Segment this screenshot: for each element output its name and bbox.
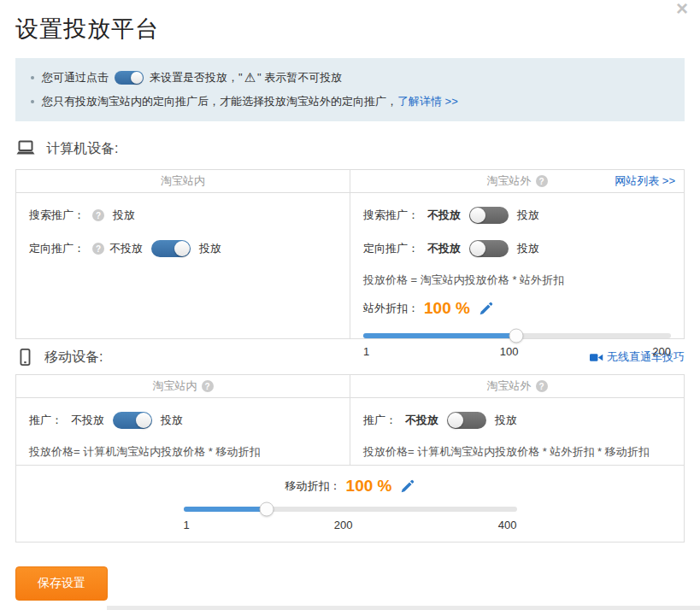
toggle-off-label: 不投放 — [427, 241, 461, 256]
page-edge-strip — [107, 606, 700, 610]
toggle-off-label: 不投放 — [427, 208, 461, 223]
edit-pencil-icon[interactable] — [479, 302, 493, 316]
toggle-on-label: 投放 — [495, 413, 517, 428]
computer-section-title: 计算机设备: — [46, 140, 118, 158]
mobile-discount-slider[interactable] — [184, 507, 517, 512]
computer-table: 淘宝站内 搜索推广： ? 投放 定向推广： ? 不投放 投放 — [15, 169, 685, 339]
promo-label: 推广： — [363, 413, 397, 428]
computer-onsite-target-row: 定向推广： ? 不投放 投放 — [29, 238, 337, 259]
mobile-offsite-header: 淘宝站外 ? — [350, 375, 684, 398]
help-icon[interactable]: ? — [92, 209, 104, 221]
computer-onsite-header: 淘宝站内 — [16, 170, 350, 193]
column-header-label: 淘宝站内 — [161, 173, 205, 189]
slider-fill — [363, 333, 516, 338]
mobile-discount-label: 移动折扣： — [285, 478, 341, 494]
slider-max-label: 200 — [652, 345, 671, 358]
help-icon[interactable]: ? — [536, 175, 548, 187]
learn-more-link[interactable]: 了解详情 >> — [397, 94, 458, 109]
computer-onsite-search-row: 搜索推广： ? 投放 — [29, 205, 337, 226]
mobile-onsite-promo-row: 推广： 不投放 投放 — [29, 410, 337, 431]
bullet-icon — [31, 100, 34, 103]
mobile-table-top: 淘宝站内 ? 推广： 不投放 投放 投放价格= 计算机淘宝站内投放价格 * 移动… — [15, 374, 685, 465]
search-promo-label: 搜索推广： — [29, 208, 85, 223]
column-header-label: 淘宝站外 — [487, 173, 532, 189]
target-promo-label: 定向推广： — [363, 241, 419, 256]
slider-mid-label: 200 — [334, 519, 353, 531]
notice-text: 您可通过点击 — [42, 70, 109, 85]
notice-text: " 表示暂不可投放 — [257, 70, 342, 85]
slider-min-label: 1 — [184, 519, 190, 531]
target-promo-label: 定向推广： — [29, 241, 85, 256]
toggle-on-label: 投放 — [517, 241, 539, 256]
mobile-offsite-promo-row: 推广： 不投放 投放 — [363, 410, 671, 431]
offsite-discount-slider[interactable] — [363, 333, 671, 338]
slider-fill — [184, 507, 267, 512]
site-list-link[interactable]: 网站列表 >> — [615, 173, 675, 189]
offsite-discount-row: 站外折扣： 100 % — [363, 297, 671, 320]
search-promo-status: 投放 — [113, 208, 135, 223]
computer-onsite-target-toggle[interactable] — [151, 240, 191, 257]
mobile-discount-inner: 移动折扣： 100 % — [16, 475, 684, 497]
slider-min-label: 1 — [363, 345, 369, 358]
toggle-on-label: 投放 — [199, 241, 221, 256]
toggle-on-label: 投放 — [517, 208, 539, 223]
mobile-offsite-price-formula: 投放价格= 计算机淘宝站内投放价格 * 站外折扣 * 移动折扣 — [363, 443, 671, 460]
column-header-label: 淘宝站外 — [487, 378, 532, 394]
toggle-knob[interactable] — [136, 413, 151, 428]
computer-offsite-search-row: 搜索推广： 不投放 投放 — [363, 205, 671, 226]
mobile-offsite-promo-toggle[interactable] — [447, 412, 486, 429]
computer-offsite-header: 淘宝站外 ? 网站列表 >> — [350, 170, 684, 193]
computer-offsite-target-toggle[interactable] — [469, 240, 509, 257]
toggle-knob[interactable] — [470, 208, 485, 223]
toggle-on-label: 投放 — [161, 413, 183, 428]
computer-onsite-column: 淘宝站内 搜索推广： ? 投放 定向推广： ? 不投放 投放 — [16, 170, 350, 338]
toggle-off-label: 不投放 — [71, 413, 104, 428]
toggle-knob[interactable] — [174, 241, 190, 256]
bullet-icon — [31, 76, 34, 79]
notice-line-2: 您只有投放淘宝站内的定向推广后，才能选择投放淘宝站外的定向推广， 了解详情 >> — [27, 90, 673, 114]
help-icon[interactable]: ? — [536, 380, 548, 392]
notice-text: 您只有投放淘宝站内的定向推广后，才能选择投放淘宝站外的定向推广， — [42, 94, 397, 109]
mobile-discount-row: 移动折扣： 100 % 1 200 400 — [15, 465, 685, 543]
column-header-label: 淘宝站内 — [153, 378, 197, 394]
toggle-example — [115, 71, 144, 85]
promo-label: 推广： — [29, 413, 62, 428]
mobile-section-title: 移动设备: — [44, 349, 103, 367]
offsite-slider-labels: 1 100 200 — [363, 345, 671, 358]
help-icon[interactable]: ? — [202, 380, 214, 392]
computer-offsite-column: 淘宝站外 ? 网站列表 >> 搜索推广： 不投放 投放 定向推广： 不投放 投放… — [350, 170, 684, 338]
help-icon[interactable]: ? — [92, 243, 104, 255]
toggle-knob[interactable] — [448, 413, 463, 428]
mobile-discount-value: 100 % — [346, 477, 392, 496]
notice-box: 您可通过点击 来设置是否投放，" ⚠ " 表示暂不可投放 您只有投放淘宝站内的定… — [15, 58, 685, 121]
notice-line-1: 您可通过点击 来设置是否投放，" ⚠ " 表示暂不可投放 — [27, 66, 673, 90]
computer-icon — [15, 138, 36, 159]
toggle-knob[interactable] — [470, 241, 485, 256]
mobile-offsite-column: 淘宝站外 ? 推广： 不投放 投放 投放价格= 计算机淘宝站内投放价格 * 站外… — [350, 375, 684, 465]
close-icon[interactable]: × — [676, 0, 688, 19]
slider-mid-label: 100 — [500, 345, 519, 358]
toggle-off-label: 不投放 — [405, 413, 438, 428]
slider-handle[interactable] — [509, 329, 523, 343]
notice-text: 来设置是否投放，" — [150, 70, 243, 85]
mobile-onsite-promo-toggle[interactable] — [113, 412, 152, 429]
mobile-onsite-column: 淘宝站内 ? 推广： 不投放 投放 投放价格= 计算机淘宝站内投放价格 * 移动… — [16, 375, 350, 465]
mobile-onsite-price-formula: 投放价格= 计算机淘宝站内投放价格 * 移动折扣 — [29, 443, 337, 460]
page-title: 设置投放平台 — [15, 14, 685, 44]
mobile-discount-slider-wrap: 1 200 400 — [184, 507, 517, 531]
toggle-knob — [131, 72, 143, 84]
slider-max-label: 400 — [498, 519, 517, 531]
save-settings-button[interactable]: 保存设置 — [15, 566, 108, 601]
search-promo-label: 搜索推广： — [363, 208, 419, 223]
offsite-price-formula: 投放价格 = 淘宝站内投放价格 * 站外折扣 — [363, 272, 671, 289]
offsite-discount-slider-wrap: 1 100 200 — [363, 333, 671, 358]
mobile-slider-labels: 1 200 400 — [184, 519, 517, 531]
slider-handle[interactable] — [259, 502, 274, 517]
computer-offsite-search-toggle[interactable] — [469, 207, 509, 224]
offsite-discount-label: 站外折扣： — [363, 301, 419, 316]
warning-icon: ⚠ — [244, 70, 256, 85]
mobile-phone-icon — [15, 347, 34, 367]
toggle-off-label: 不投放 — [109, 241, 143, 256]
edit-pencil-icon[interactable] — [400, 479, 415, 494]
set-launch-platform-dialog: × 设置投放平台 您可通过点击 来设置是否投放，" ⚠ " 表示暂不可投放 您只… — [0, 0, 700, 610]
